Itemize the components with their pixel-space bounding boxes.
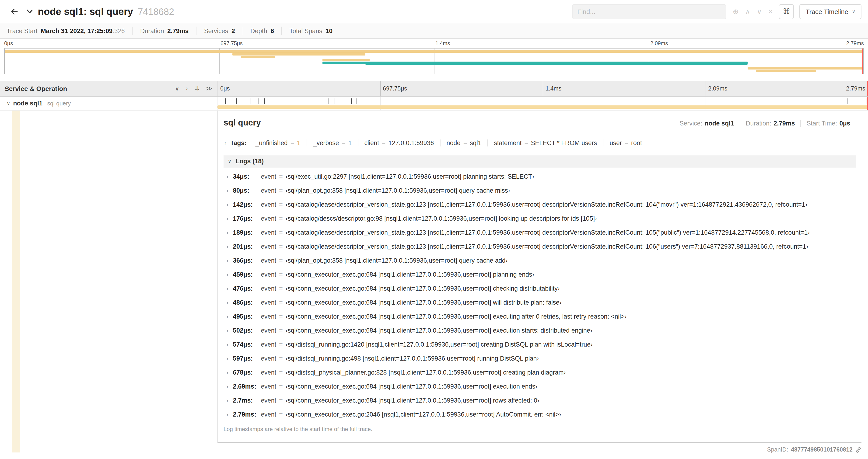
log-row[interactable]: ›502μs:event=‹sql/conn_executor_exec.go:… (223, 323, 856, 337)
keyboard-shortcuts-button[interactable]: ⌘ (779, 4, 794, 19)
expand-one-icon[interactable]: › (186, 85, 188, 92)
log-equals: = (279, 187, 283, 194)
info-label: Duration (140, 27, 164, 34)
log-row[interactable]: ›2.7ms:event=‹sql/conn_executor_exec.go:… (223, 393, 856, 407)
chevron-right-icon[interactable]: › (226, 341, 233, 348)
chevron-right-icon[interactable]: › (226, 411, 233, 418)
log-row[interactable]: ›459μs:event=‹sql/conn_executor_exec.go:… (223, 267, 856, 281)
ruler-divider (380, 81, 380, 96)
info-value: 2.79ms (167, 27, 189, 34)
chevron-right-icon[interactable]: › (226, 313, 233, 320)
ruler-tick: 1.4ms (546, 85, 561, 92)
minimap-graph[interactable] (4, 48, 864, 74)
span-detail-title: sql query (223, 118, 261, 128)
chevron-right-icon[interactable]: › (226, 369, 233, 376)
depth-info: Depth 6 (242, 27, 281, 35)
span-bar-cell[interactable] (217, 97, 868, 110)
log-marker (262, 98, 262, 104)
expand-all-icon[interactable]: ≫ (206, 85, 212, 92)
chevron-down-icon[interactable]: ∨ (6, 100, 10, 106)
tag-key: statement (494, 139, 522, 146)
log-field-value: ‹sql/distsql_running.go:1420 [nsql1,clie… (286, 341, 593, 348)
log-field-key: event (261, 299, 276, 306)
chevron-right-icon[interactable]: › (226, 243, 233, 250)
log-timestamp: 495μs: (233, 313, 261, 320)
chevron-right-icon[interactable]: › (226, 229, 233, 236)
log-timestamp: 459μs: (233, 271, 261, 278)
chevron-right-icon[interactable]: › (226, 299, 233, 306)
log-row[interactable]: ›2.79ms:event=‹sql/conn_executor_exec.go… (223, 407, 856, 421)
log-timestamp: 366μs: (233, 257, 261, 264)
chevron-right-icon[interactable]: › (226, 215, 233, 222)
back-button[interactable] (6, 3, 22, 19)
info-label: Total Spans (289, 27, 322, 34)
log-row[interactable]: ›189μs:event=‹sql/catalog/lease/descript… (223, 225, 856, 239)
log-row[interactable]: ›176μs:event=‹sql/catalog/descs/descript… (223, 211, 856, 225)
tag-value: sql1 (470, 139, 482, 146)
log-row[interactable]: ›2.69ms:event=‹sql/conn_executor_exec.go… (223, 379, 856, 393)
chevron-down-icon[interactable]: ∨ (228, 158, 231, 164)
log-row[interactable]: ›34μs:event=‹sql/exec_util.go:2297 [nsql… (223, 169, 856, 183)
minimap-tick: 2.79ms (846, 41, 864, 46)
log-row[interactable]: ›476μs:event=‹sql/conn_executor_exec.go:… (223, 281, 856, 295)
chevron-right-icon[interactable]: › (226, 383, 233, 390)
chevron-right-icon[interactable]: › (226, 397, 233, 404)
log-marker (265, 98, 265, 104)
service-operation-title: Service & Operation (5, 85, 67, 92)
log-row[interactable]: ›495μs:event=‹sql/conn_executor_exec.go:… (223, 309, 856, 323)
log-equals: = (279, 243, 283, 250)
log-marker (251, 98, 251, 104)
trace-view-select[interactable]: Trace Timeline ∨ (800, 4, 862, 19)
minimap-cursor-line[interactable] (862, 48, 863, 74)
log-timestamp: 678μs: (233, 369, 261, 376)
log-marker (333, 98, 333, 104)
tree-controls: ∨ › ⇊ ≫ (175, 85, 212, 92)
log-equals: = (279, 327, 283, 334)
link-icon[interactable] (856, 447, 862, 453)
log-row[interactable]: ›486μs:event=‹sql/conn_executor_exec.go:… (223, 295, 856, 309)
log-field-key: event (261, 271, 276, 278)
log-field-key: event (261, 327, 276, 334)
span-row[interactable]: ∨ node sql1 sql query (0, 97, 868, 110)
collapse-one-icon[interactable]: ∨ (175, 85, 179, 92)
chevron-right-icon[interactable]: › (226, 355, 233, 362)
span-duration-bar[interactable] (217, 105, 868, 109)
log-row[interactable]: ›678μs:event=‹sql/distsql_physical_plann… (223, 365, 856, 379)
span-row-name-cell[interactable]: ∨ node sql1 sql query (0, 97, 217, 110)
detail-start-time: Start Time: 0μs (801, 120, 856, 127)
log-field-key: event (261, 201, 276, 208)
chevron-right-icon[interactable]: › (224, 139, 226, 146)
logs-accordion-header[interactable]: ∨ Logs (18) (223, 155, 856, 167)
chevron-right-icon[interactable]: › (226, 285, 233, 292)
tag-equals: = (290, 139, 294, 146)
chevron-right-icon[interactable]: › (226, 327, 233, 334)
collapse-all-icon[interactable]: ⇊ (194, 85, 199, 92)
log-row[interactable]: ›142μs:event=‹sql/catalog/lease/descript… (223, 197, 856, 211)
log-row[interactable]: ›80μs:event=‹sql/plan_opt.go:358 [nsql1,… (223, 183, 856, 197)
log-timestamp: 142μs: (233, 201, 261, 208)
clear-search-icon[interactable]: × (768, 7, 773, 15)
trace-title: node sql1: sql query (38, 6, 133, 17)
log-row[interactable]: ›597μs:event=‹sql/distsql_running.go:498… (223, 351, 856, 365)
tag-equals: = (382, 139, 386, 146)
chevron-right-icon[interactable]: › (226, 201, 233, 208)
trace-header-collapse-icon[interactable] (26, 8, 33, 15)
log-row[interactable]: ›201μs:event=‹sql/catalog/lease/descript… (223, 239, 856, 253)
focus-matches-icon[interactable]: ⊕ (733, 7, 739, 15)
chevron-right-icon[interactable]: › (226, 257, 233, 264)
span-id-label: SpanID: (767, 447, 788, 453)
tag-value: 1 (348, 139, 352, 146)
tag-value: root (631, 139, 642, 146)
log-timestamp: 34μs: (233, 173, 261, 180)
tags-accordion[interactable]: › Tags: _unfinished=1_verbose=1client=12… (223, 136, 856, 150)
chevron-right-icon[interactable]: › (226, 173, 233, 180)
log-field-key: event (261, 285, 276, 292)
tag-equals: = (625, 139, 628, 146)
log-row[interactable]: ›574μs:event=‹sql/distsql_running.go:142… (223, 337, 856, 351)
chevron-right-icon[interactable]: › (226, 187, 233, 194)
chevron-right-icon[interactable]: › (226, 271, 233, 278)
next-match-icon[interactable]: ∨ (757, 7, 762, 15)
find-input[interactable] (572, 4, 726, 19)
log-row[interactable]: ›366μs:event=‹sql/plan_opt.go:358 [nsql1… (223, 253, 856, 267)
prev-match-icon[interactable]: ∧ (745, 7, 750, 15)
